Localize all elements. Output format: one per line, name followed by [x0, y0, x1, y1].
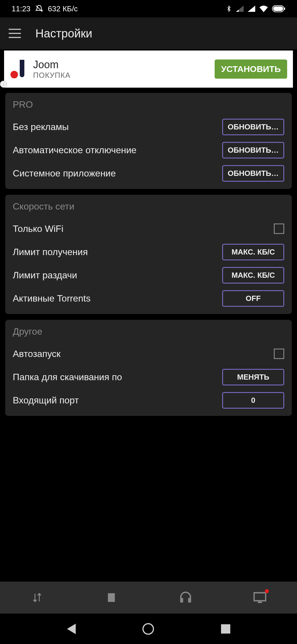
- svg-rect-13: [115, 599, 116, 600]
- autostart-label: Автозапуск: [13, 349, 61, 359]
- section-header-network: Скорость сети: [13, 201, 284, 212]
- signal-1-icon: [236, 6, 244, 12]
- section-pro: PRO Без рекламы ОБНОВИТЬ… Автоматическое…: [5, 93, 292, 189]
- nav-video-icon[interactable]: [104, 590, 119, 605]
- svg-rect-15: [254, 593, 266, 601]
- ad-subtitle: ПОКУПКА: [33, 71, 209, 80]
- nav-cast-icon[interactable]: [253, 590, 267, 605]
- svg-rect-12: [115, 597, 116, 598]
- wifi-only-checkbox[interactable]: [274, 223, 284, 234]
- svg-rect-9: [107, 601, 108, 602]
- wifi-icon: [259, 5, 268, 12]
- mute-icon: [35, 5, 43, 13]
- incoming-port-button[interactable]: 0: [222, 392, 284, 409]
- svg-rect-14: [115, 601, 116, 602]
- upload-limit-label: Лимит раздачи: [13, 270, 77, 281]
- app-bar: Настройки: [0, 17, 297, 49]
- svg-rect-2: [273, 6, 283, 11]
- recents-button[interactable]: [221, 624, 230, 634]
- section-network: Скорость сети Только WiFi Лимит получени…: [5, 195, 292, 314]
- notification-dot: [265, 589, 269, 593]
- pro-autoshutdown-button[interactable]: ОБНОВИТЬ…: [222, 142, 284, 158]
- download-limit-label: Лимит получения: [13, 247, 88, 257]
- wifi-only-label: Только WiFi: [13, 223, 64, 234]
- bluetooth-icon: [226, 5, 232, 12]
- svg-rect-8: [107, 599, 108, 600]
- menu-icon[interactable]: [9, 29, 21, 38]
- ad-banner[interactable]: i Joom ПОКУПКА УСТАНОВИТЬ: [4, 50, 293, 88]
- active-torrents-label: Активные Torrents: [13, 293, 90, 304]
- back-button[interactable]: [67, 624, 76, 634]
- download-limit-button[interactable]: МАКС. КБ/С: [222, 244, 284, 260]
- ad-install-button[interactable]: УСТАНОВИТЬ: [215, 59, 287, 79]
- svg-rect-3: [284, 8, 285, 10]
- svg-rect-6: [107, 596, 108, 596]
- nav-transfer-icon[interactable]: [30, 590, 44, 605]
- pro-noads-label: Без рекламы: [13, 122, 69, 132]
- pro-systemapp-label: Системное приложение: [13, 168, 116, 179]
- home-button[interactable]: [142, 623, 154, 635]
- svg-rect-5: [107, 594, 108, 595]
- active-torrents-button[interactable]: OFF: [222, 290, 284, 307]
- battery-icon: [272, 5, 285, 12]
- status-bar: 11:23 632 КБ/с: [0, 0, 297, 17]
- download-folder-button[interactable]: МЕНЯТЬ: [222, 369, 284, 385]
- pro-autoshutdown-label: Автоматическое отключение: [13, 145, 137, 156]
- ad-logo-icon: [9, 60, 27, 78]
- section-header-other: Другое: [13, 326, 284, 337]
- system-nav: [0, 614, 297, 644]
- ad-title: Joom: [33, 59, 209, 71]
- pro-systemapp-button[interactable]: ОБНОВИТЬ…: [222, 165, 284, 182]
- section-header-pro: PRO: [13, 99, 284, 110]
- nav-audio-icon[interactable]: [178, 590, 193, 605]
- autostart-checkbox[interactable]: [274, 349, 284, 359]
- bottom-nav: [0, 582, 297, 614]
- signal-2-icon: [248, 6, 255, 12]
- svg-rect-10: [115, 594, 116, 595]
- status-time: 11:23: [12, 4, 30, 13]
- ad-info-icon[interactable]: i: [0, 81, 7, 88]
- page-title: Настройки: [35, 27, 92, 40]
- section-other: Другое Автозапуск Папка для скачивания п…: [5, 320, 292, 416]
- upload-limit-button[interactable]: МАКС. КБ/С: [222, 267, 284, 284]
- status-speed: 632 КБ/с: [48, 4, 78, 13]
- svg-rect-7: [107, 597, 108, 598]
- svg-rect-11: [115, 596, 116, 596]
- svg-rect-4: [108, 593, 115, 602]
- download-folder-label: Папка для скачивания по: [13, 372, 122, 383]
- ad-text: Joom ПОКУПКА: [33, 59, 209, 80]
- incoming-port-label: Входящий порт: [13, 395, 79, 406]
- pro-noads-button[interactable]: ОБНОВИТЬ…: [222, 119, 284, 135]
